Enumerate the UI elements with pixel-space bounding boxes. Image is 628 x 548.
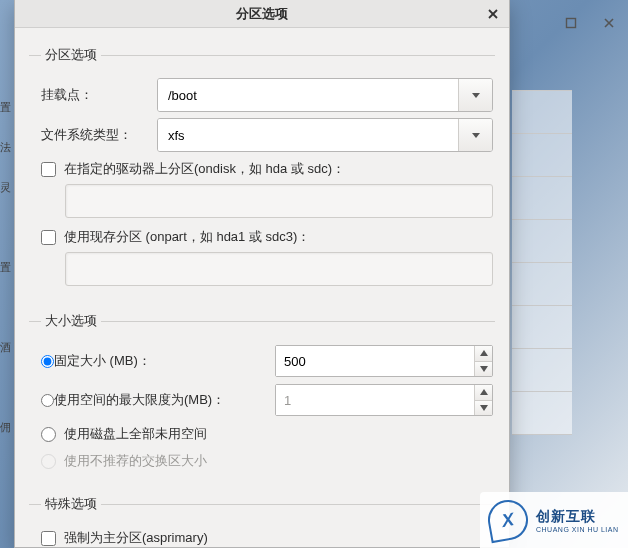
ondisk-checkbox[interactable] [41,162,56,177]
special-options-legend: 特殊选项 [41,495,101,513]
fs-type-input[interactable] [158,119,458,151]
ondisk-label: 在指定的驱动器上分区(ondisk，如 hda 或 sdc)： [64,160,345,178]
partition-options-dialog: 分区选项 分区选项 挂载点： 文件系统类型： [14,0,510,548]
onpart-input[interactable] [65,252,493,286]
partition-options-group: 分区选项 挂载点： 文件系统类型： [29,46,495,308]
left-window-text-sliver: 置法灵置酒佣 [0,100,14,460]
fixed-size-radio[interactable] [41,355,54,368]
background-table [512,90,572,435]
max-size-input[interactable] [276,385,474,415]
dialog-close-button[interactable] [481,2,505,26]
fill-disk-label: 使用磁盘上全部未用空间 [64,425,207,443]
fixed-size-input[interactable] [276,346,474,376]
asprimary-label: 强制为主分区(asprimary) [64,529,208,547]
dialog-titlebar: 分区选项 [15,0,509,28]
fs-type-dropdown-button[interactable] [458,119,492,151]
svg-marker-8 [480,366,488,372]
mount-point-dropdown-button[interactable] [458,79,492,111]
watermark-text-en: CHUANG XIN HU LIAN [536,526,619,533]
mount-point-label: 挂载点： [41,86,157,104]
svg-marker-7 [480,350,488,356]
ondisk-input[interactable] [65,184,493,218]
svg-marker-9 [480,389,488,395]
svg-marker-10 [480,405,488,411]
max-size-label: 使用空间的最大限度为(MB)： [54,391,225,409]
max-size-radio[interactable] [41,394,54,407]
fs-type-combo[interactable] [157,118,493,152]
background-window-controls [508,12,628,34]
fixed-size-spinbox[interactable] [275,345,493,377]
onpart-label: 使用现存分区 (onpart，如 hda1 或 sdc3)： [64,228,310,246]
bg-maximize-button[interactable] [552,12,590,34]
mount-point-input[interactable] [158,79,458,111]
watermark: X 创新互联 CHUANG XIN HU LIAN [480,492,628,548]
onpart-checkbox[interactable] [41,230,56,245]
fill-disk-radio[interactable] [41,427,56,442]
size-options-group: 大小选项 固定大小 (MB)： 使用空间的最大限度为(MB)： [29,312,495,491]
fs-type-label: 文件系统类型： [41,126,157,144]
size-options-legend: 大小选项 [41,312,101,330]
dialog-title: 分区选项 [236,5,288,23]
max-size-spin-up[interactable] [475,385,492,401]
special-options-group: 特殊选项 强制为主分区(asprimary) [29,495,495,547]
swap-size-radio [41,454,56,469]
swap-size-label: 使用不推荐的交换区大小 [64,452,207,470]
max-size-spinbox[interactable] [275,384,493,416]
fixed-size-label: 固定大小 (MB)： [54,352,151,370]
fixed-size-spin-down[interactable] [475,362,492,377]
asprimary-checkbox[interactable] [41,531,56,546]
svg-rect-0 [567,19,576,28]
svg-marker-5 [472,93,480,98]
mount-point-combo[interactable] [157,78,493,112]
partition-options-legend: 分区选项 [41,46,101,64]
bg-close-button[interactable] [590,12,628,34]
watermark-text-cn: 创新互联 [536,508,619,526]
watermark-logo-icon: X [485,497,531,543]
fixed-size-spin-up[interactable] [475,346,492,362]
max-size-spin-down[interactable] [475,401,492,416]
svg-marker-6 [472,133,480,138]
